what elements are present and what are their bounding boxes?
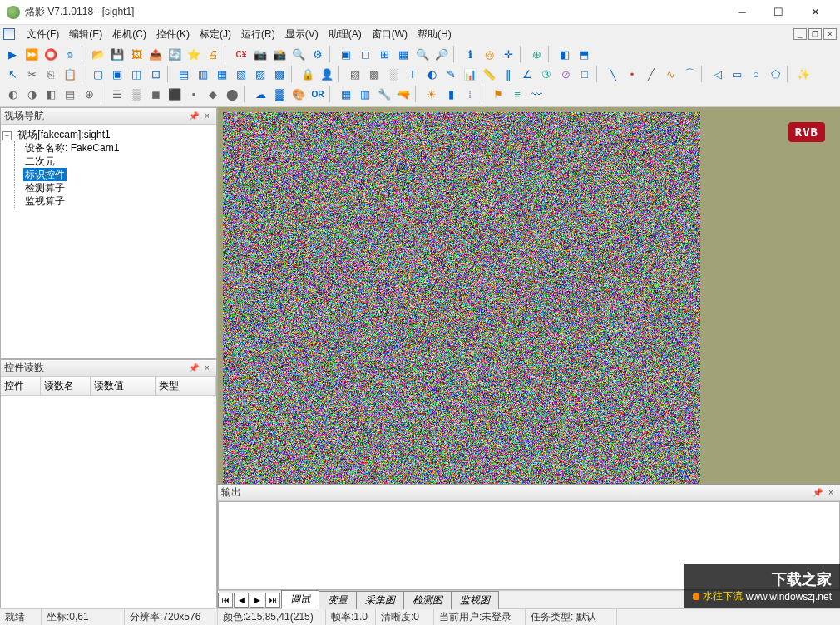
fx10-icon[interactable]: ▪	[185, 85, 203, 103]
menu-assistant[interactable]: 助理(A)	[324, 26, 367, 43]
fx3-icon[interactable]: ◧	[42, 85, 60, 103]
dashed-icon[interactable]: ╱	[642, 65, 660, 83]
layer3-icon[interactable]: ▦	[213, 65, 231, 83]
tree-root[interactable]: − 视场[fakecam]:sight1 设备名称: FakeCam1 二次元 …	[2, 128, 215, 208]
palette-icon[interactable]: 🎨	[289, 85, 308, 103]
tree-item[interactable]: 设备名称: FakeCam1	[23, 141, 121, 155]
fx9-icon[interactable]: ⬛	[166, 85, 184, 103]
tab-first-icon[interactable]: ⏮	[218, 593, 233, 608]
menu-help[interactable]: 帮助(H)	[413, 26, 457, 43]
tab-detect[interactable]: 检测图	[403, 591, 452, 609]
fx12-icon[interactable]: ⬤	[223, 85, 241, 103]
waves-icon[interactable]: 〰	[527, 85, 546, 103]
save-icon[interactable]: 💾	[108, 45, 126, 63]
pattern2-icon[interactable]: ▩	[365, 65, 383, 83]
flag-icon[interactable]: ◁	[709, 65, 727, 83]
refresh-icon[interactable]: 🔄	[166, 45, 184, 63]
layer2-icon[interactable]: ▥	[194, 65, 212, 83]
sun-icon[interactable]: ☀	[422, 85, 441, 103]
play-fast-icon[interactable]: ⏩	[22, 45, 41, 63]
ruler-icon[interactable]: ‖	[499, 65, 517, 83]
tree-item[interactable]: 监视算子	[23, 194, 67, 208]
pattern3-icon[interactable]: ░	[384, 65, 403, 83]
panel-close-icon[interactable]: ×	[201, 362, 213, 374]
barcode-icon[interactable]: ▥	[356, 85, 374, 103]
badge-icon[interactable]: ③	[537, 65, 556, 83]
zoom-out-icon[interactable]: 🔎	[432, 45, 451, 63]
tree-item-selected[interactable]: 标识控件	[23, 168, 67, 181]
viewport[interactable]: RVB	[218, 107, 840, 484]
tile-h-icon[interactable]: ◧	[556, 45, 574, 63]
col-value[interactable]: 读数值	[91, 377, 156, 395]
cv-icon[interactable]: C¥	[232, 45, 250, 63]
tab-prev-icon[interactable]: ◀	[234, 593, 249, 608]
close-button[interactable]: ✕	[797, 0, 833, 25]
menu-run[interactable]: 运行(R)	[236, 26, 280, 43]
region1-icon[interactable]: ▢	[89, 65, 107, 83]
tab-last-icon[interactable]: ⏭	[265, 593, 280, 608]
fx13-icon[interactable]: ☁	[251, 85, 269, 103]
tile-v-icon[interactable]: ⬒	[575, 45, 593, 63]
fx7-icon[interactable]: ▒	[127, 85, 146, 103]
fx1-icon[interactable]: ◐	[3, 85, 22, 103]
region2-icon[interactable]: ▣	[108, 65, 126, 83]
crosshair-icon[interactable]: ✛	[499, 45, 517, 63]
col-name[interactable]: 读数名	[41, 377, 91, 395]
bars-icon[interactable]: ≡	[508, 85, 526, 103]
aperture-icon[interactable]: ⌾	[61, 45, 79, 63]
col-control[interactable]: 控件	[1, 377, 41, 395]
gun-icon[interactable]: 🔫	[394, 85, 413, 103]
qr-icon[interactable]: ▦	[337, 85, 355, 103]
wand-icon[interactable]: ✨	[794, 65, 813, 83]
histogram-icon[interactable]: 📊	[461, 65, 479, 83]
pentagon-icon[interactable]: ⬠	[766, 65, 784, 83]
fx6-icon[interactable]: ☰	[108, 85, 126, 103]
or-icon[interactable]: OR	[309, 85, 327, 103]
rect-tool-icon[interactable]: ▭	[728, 65, 746, 83]
tree-item[interactable]: 二次元	[23, 155, 57, 168]
zoom-in-icon[interactable]: 🔍	[413, 45, 432, 63]
arc-icon[interactable]: ⌒	[680, 65, 699, 83]
menu-edit[interactable]: 编辑(E)	[64, 26, 107, 43]
info-icon[interactable]: ℹ	[461, 45, 479, 63]
pattern1-icon[interactable]: ▨	[346, 65, 364, 83]
play-icon[interactable]: ▶	[3, 45, 22, 63]
region4-icon[interactable]: ⊡	[146, 65, 165, 83]
fx11-icon[interactable]: ◆	[204, 85, 222, 103]
copy-icon[interactable]: ⎘	[42, 65, 60, 83]
mdi-restore-button[interactable]: ❐	[808, 28, 822, 40]
camera-settings-icon[interactable]: ⚙	[309, 45, 327, 63]
paste-icon[interactable]: 📋	[61, 65, 79, 83]
shapes-icon[interactable]: ◐	[422, 65, 441, 83]
circle-tool-icon[interactable]: ○	[747, 65, 765, 83]
measure-icon[interactable]: 📏	[480, 65, 498, 83]
maximize-button[interactable]: ☐	[760, 0, 797, 25]
minimize-button[interactable]: ─	[724, 0, 760, 25]
tree-root-label[interactable]: 视场[fakecam]:sight1	[16, 128, 111, 141]
fx8-icon[interactable]: ◼	[146, 85, 165, 103]
layer6-icon[interactable]: ▩	[270, 65, 289, 83]
pin-icon[interactable]: 📌	[188, 111, 200, 122]
tab-next-icon[interactable]: ▶	[250, 593, 264, 608]
wave-icon[interactable]: ∿	[661, 65, 679, 83]
tree-item[interactable]: 检测算子	[23, 181, 67, 194]
fx5-icon[interactable]: ⊕	[80, 85, 98, 103]
record-icon[interactable]: ⭕	[42, 45, 60, 63]
code-icon[interactable]: ⁞	[461, 85, 479, 103]
stripe-icon[interactable]: ▮	[442, 85, 460, 103]
window-fit-icon[interactable]: ▣	[337, 45, 355, 63]
col-type[interactable]: 类型	[156, 377, 216, 395]
open-image-icon[interactable]: 🖼	[127, 45, 146, 63]
panel-close-icon[interactable]: ×	[201, 111, 213, 122]
menu-window[interactable]: 窗口(W)	[367, 26, 413, 43]
target-icon[interactable]: ◎	[480, 45, 498, 63]
menu-camera[interactable]: 相机(C)	[107, 26, 151, 43]
camera-icon[interactable]: 📷	[251, 45, 269, 63]
fx2-icon[interactable]: ◑	[22, 85, 41, 103]
menu-control[interactable]: 控件(K)	[151, 26, 195, 43]
menu-display[interactable]: 显示(V)	[280, 26, 324, 43]
lock-icon[interactable]: 🔒	[299, 65, 317, 83]
tab-debug[interactable]: 调试	[281, 590, 319, 609]
window-layout-icon[interactable]: ⊞	[375, 45, 393, 63]
fx14-icon[interactable]: ▓	[270, 85, 289, 103]
